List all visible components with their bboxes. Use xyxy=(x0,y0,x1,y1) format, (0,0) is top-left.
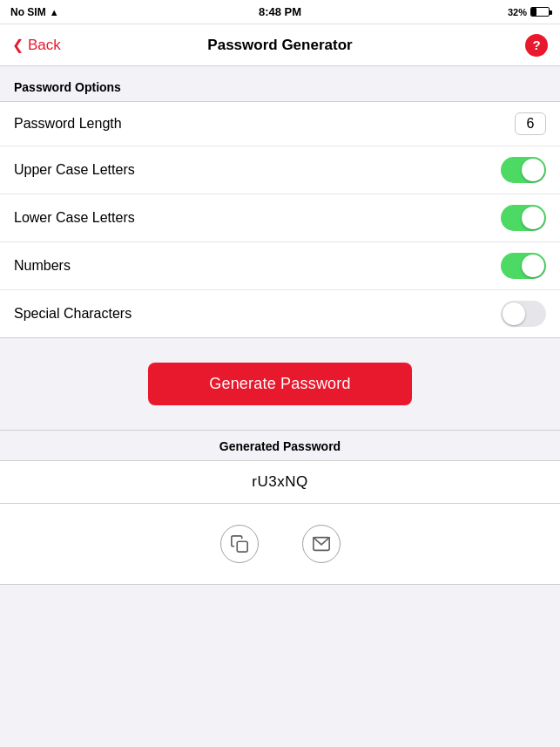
numbers-toggle[interactable] xyxy=(501,253,546,279)
password-length-row: Password Length 6 xyxy=(0,102,560,146)
copy-icon xyxy=(230,534,249,553)
copy-button[interactable] xyxy=(220,525,259,563)
numbers-label: Numbers xyxy=(14,258,71,274)
password-length-label: Password Length xyxy=(14,116,122,132)
special-chars-row: Special Characters xyxy=(0,290,560,337)
bottom-fill xyxy=(0,585,560,747)
uppercase-toggle[interactable] xyxy=(501,157,546,183)
special-chars-label: Special Characters xyxy=(14,306,132,322)
back-label: Back xyxy=(28,37,61,54)
wifi-icon: ▲ xyxy=(50,7,59,17)
nav-bar: ❮ Back Password Generator ? xyxy=(0,24,560,66)
lowercase-toggle[interactable] xyxy=(501,205,546,231)
help-label: ? xyxy=(532,37,540,52)
uppercase-toggle-knob xyxy=(522,159,544,181)
password-options-header: Password Options xyxy=(0,66,560,101)
generate-section: Generate Password xyxy=(0,338,560,430)
uppercase-label: Upper Case Letters xyxy=(14,162,135,178)
nav-title: Password Generator xyxy=(207,37,352,54)
svg-rect-0 xyxy=(237,541,247,552)
battery-percent: 32% xyxy=(508,7,527,17)
special-chars-toggle-knob xyxy=(503,302,525,325)
special-chars-toggle[interactable] xyxy=(501,301,546,327)
result-header: Generated Password xyxy=(0,431,560,460)
email-icon xyxy=(312,534,331,553)
status-time: 8:48 PM xyxy=(259,5,301,18)
lowercase-label: Lower Case Letters xyxy=(14,210,135,226)
lowercase-toggle-knob xyxy=(522,207,544,229)
action-icons-row xyxy=(0,504,560,585)
numbers-row: Numbers xyxy=(0,242,560,290)
carrier-label: No SIM xyxy=(10,6,46,18)
password-length-value[interactable]: 6 xyxy=(515,112,546,135)
back-button[interactable]: ❮ Back xyxy=(12,37,61,54)
email-button[interactable] xyxy=(302,525,341,563)
result-section: Generated Password rU3xNQ xyxy=(0,430,560,585)
help-button[interactable]: ? xyxy=(525,34,548,57)
battery-icon xyxy=(530,7,550,17)
result-password: rU3xNQ xyxy=(0,460,560,504)
lowercase-row: Lower Case Letters xyxy=(0,194,560,242)
status-left: No SIM ▲ xyxy=(10,6,59,18)
status-right: 32% xyxy=(508,7,550,17)
generate-password-button[interactable]: Generate Password xyxy=(148,363,411,405)
uppercase-row: Upper Case Letters xyxy=(0,146,560,194)
numbers-toggle-knob xyxy=(522,255,544,277)
status-bar: No SIM ▲ 8:48 PM 32% xyxy=(0,0,560,24)
settings-group: Password Length 6 Upper Case Letters Low… xyxy=(0,101,560,338)
back-chevron-icon: ❮ xyxy=(12,37,24,53)
